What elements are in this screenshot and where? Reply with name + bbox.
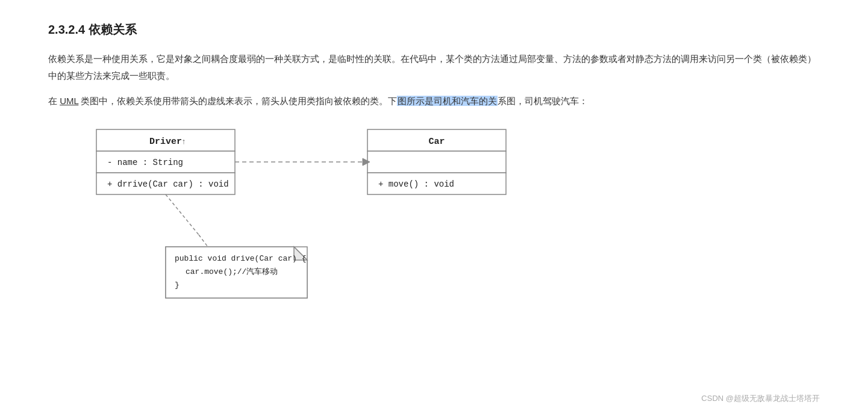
uml-diagram: Driver ↑ - name : String + drrive(Car ca… xyxy=(48,117,590,322)
paragraph-1-text: 依赖关系是一种使用关系，它是对象之间耦合度最弱的一种关联方式，是临时性的关联。在… xyxy=(48,54,816,81)
svg-text:- name : String: - name : String xyxy=(107,158,183,167)
svg-line-14 xyxy=(166,194,199,235)
svg-text:car.move();//汽车移动: car.move();//汽车移动 xyxy=(186,267,278,276)
paragraph-1: 依赖关系是一种使用关系，它是对象之间耦合度最弱的一种关联方式，是临时性的关联。在… xyxy=(48,51,820,84)
svg-rect-9 xyxy=(367,151,506,173)
svg-text:Driver: Driver xyxy=(149,137,182,147)
page-container: 2.3.2.4 依赖关系 依赖关系是一种使用关系，它是对象之间耦合度最弱的一种关… xyxy=(0,0,868,416)
svg-text:Car: Car xyxy=(428,137,445,147)
svg-text:public void drive(Car car) {: public void drive(Car car) { xyxy=(175,254,306,263)
uml-link: UML xyxy=(60,96,78,106)
svg-text:+ move() : void: + move() : void xyxy=(378,179,454,189)
svg-line-15 xyxy=(199,235,208,247)
svg-text:↑: ↑ xyxy=(182,137,186,146)
diagram-svg: Driver ↑ - name : String + drrive(Car ca… xyxy=(48,117,590,322)
svg-text:+ drrive(Car car) : void: + drrive(Car car) : void xyxy=(107,179,229,189)
highlight-text: 图所示是司机和汽车的关 xyxy=(397,96,498,106)
section-title: 2.3.2.4 依赖关系 xyxy=(48,19,820,40)
paragraph-2: 在 UML 类图中，依赖关系使用带箭头的虚线来表示，箭头从使用类指向被依赖的类。… xyxy=(48,93,820,110)
paragraph-2-text: 在 UML 类图中，依赖关系使用带箭头的虚线来表示，箭头从使用类指向被依赖的类。… xyxy=(48,96,588,106)
svg-text:}: } xyxy=(175,281,180,290)
watermark: CSDN @超级无敌暴龙战士塔塔开 xyxy=(701,392,820,405)
